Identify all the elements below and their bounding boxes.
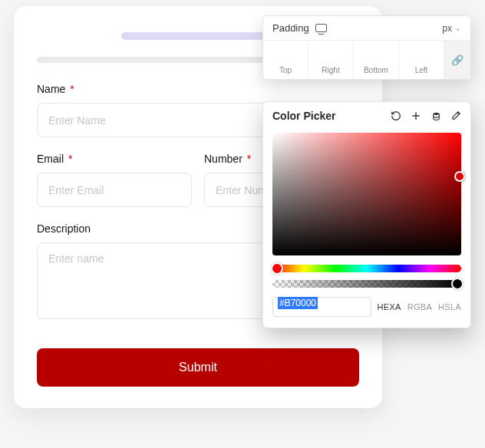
name-label-text: Name <box>37 83 65 95</box>
palette-icon[interactable] <box>431 110 441 121</box>
hue-slider[interactable] <box>272 265 461 272</box>
color-picker-title: Color Picker <box>272 110 335 122</box>
alpha-slider[interactable] <box>272 280 461 288</box>
unit-selector[interactable]: px ⌄ <box>442 23 461 34</box>
email-input[interactable] <box>37 173 192 207</box>
padding-panel: Padding px ⌄ Top Right Bottom Left 🔗 <box>262 15 471 80</box>
padding-title: Padding <box>272 22 309 34</box>
color-value-row: #B70000 HEXA RGBA HSLA <box>272 297 461 317</box>
padding-inputs-row: Top Right Bottom Left 🔗 <box>263 40 470 79</box>
padding-panel-header: Padding px ⌄ <box>263 16 470 40</box>
padding-bottom-label: Bottom <box>354 64 398 79</box>
format-hexa[interactable]: HEXA <box>378 302 401 311</box>
padding-left-input[interactable] <box>399 41 444 64</box>
saturation-canvas[interactable] <box>272 133 461 255</box>
link-icon: 🔗 <box>451 54 464 66</box>
email-label: Email * <box>37 153 192 165</box>
color-picker-panel: Color Picker #B70000 HEXA RGBA HSLA <box>262 101 471 328</box>
format-rgba[interactable]: RGBA <box>407 302 432 311</box>
hex-input[interactable]: #B70000 <box>272 297 371 317</box>
unit-label: px <box>442 23 452 34</box>
email-label-text: Email <box>37 153 64 165</box>
padding-top-input[interactable] <box>263 41 308 64</box>
padding-top-label: Top <box>263 64 308 79</box>
hex-value-text: #B70000 <box>278 297 318 309</box>
eyedropper-icon[interactable] <box>450 110 461 121</box>
padding-right-input[interactable] <box>308 41 353 64</box>
number-label-text: Number <box>204 153 242 165</box>
chevron-down-icon: ⌄ <box>455 25 461 32</box>
required-marker: * <box>68 153 72 165</box>
name-label: Name * <box>37 83 359 95</box>
link-values-button[interactable]: 🔗 <box>444 41 470 79</box>
svg-point-2 <box>433 112 439 114</box>
desktop-icon[interactable] <box>315 24 327 32</box>
alpha-thumb[interactable] <box>451 278 464 290</box>
padding-left-label: Left <box>399 64 444 79</box>
email-field-group: Email * <box>37 153 192 207</box>
placeholder-title-bar <box>121 32 275 40</box>
hue-thumb[interactable] <box>271 262 283 275</box>
plus-icon[interactable] <box>411 110 421 121</box>
saturation-cursor[interactable] <box>454 171 465 182</box>
padding-right-label: Right <box>308 64 353 79</box>
format-hsla[interactable]: HSLA <box>438 302 461 311</box>
submit-button[interactable]: Submit <box>37 348 359 387</box>
required-marker: * <box>247 153 251 165</box>
color-picker-header: Color Picker <box>263 102 470 130</box>
padding-bottom-input[interactable] <box>354 41 398 64</box>
required-marker: * <box>70 83 74 95</box>
reset-icon[interactable] <box>391 110 401 121</box>
